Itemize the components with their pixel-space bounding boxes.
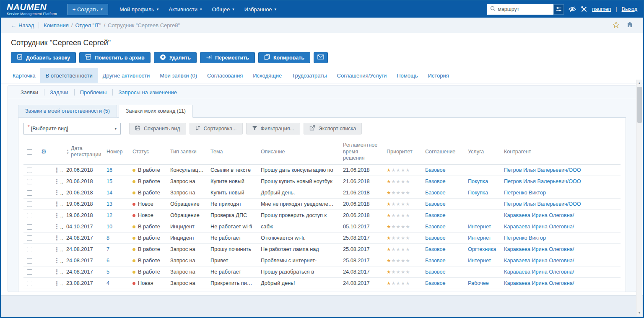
tools-icon[interactable] [581,6,587,13]
row-checkbox[interactable] [27,269,32,275]
row-checkbox[interactable] [27,213,32,218]
agreement-link[interactable]: Базовое [425,246,446,252]
main-tab[interactable]: Исходящие [248,68,287,83]
service-link[interactable]: Интернет [468,258,491,264]
search-input[interactable] [498,6,551,12]
service-link[interactable]: Интернет [468,235,491,241]
hide-interface-icon[interactable] [569,6,576,12]
request-number-link[interactable]: 4 [106,280,109,286]
service-link[interactable]: Оргтехника [468,246,496,252]
row-checkbox[interactable] [27,190,32,196]
service-link[interactable]: Интернет [468,224,491,230]
user-link[interactable]: naumen [592,6,611,12]
agreement-link[interactable]: Базовое [425,280,446,286]
request-number-link[interactable]: 6 [106,258,109,264]
main-tab[interactable]: Согласования [202,68,248,83]
row-checkbox[interactable] [27,235,32,241]
main-tab[interactable]: Трудозатраты [287,68,332,83]
topbar-menu[interactable]: Мой профиль▾ [115,4,163,15]
main-tab[interactable]: Помощь [392,68,423,83]
request-number-link[interactable]: 5 [106,269,109,275]
request-number-link[interactable]: 16 [106,167,112,173]
row-checkbox[interactable] [27,179,32,184]
row-checkbox[interactable] [27,258,32,264]
row-menu-icon[interactable]: ⋮ [54,212,63,219]
main-tab[interactable]: В ответственности [40,68,97,83]
sub-tab[interactable]: Запросы на изменение [112,86,183,99]
counterparty-link[interactable]: Петров Илья Валерьевич/ООО [504,201,581,207]
row-menu-icon[interactable]: ⋮ [54,200,63,207]
columns-settings-icon[interactable]: ⚙ [41,148,47,155]
counterparty-link[interactable]: Караваева Ирина Олеговна/ [504,246,574,252]
view-select[interactable]: * [Выберите вид] ▾ [23,123,121,134]
row-menu-icon[interactable]: ⋮ [54,279,63,287]
row-checkbox[interactable] [27,247,32,252]
sub-tab[interactable]: Проблемы [74,86,113,99]
search-box[interactable] [487,4,553,15]
breadcrumb-link[interactable]: Компания [44,22,69,28]
row-checkbox[interactable] [27,281,32,286]
request-number-link[interactable]: 13 [106,201,112,207]
request-number-link[interactable]: 15 [106,178,112,184]
scroll-down-icon[interactable]: ▼ [638,309,641,316]
sort-button[interactable]: Сортировка... [190,123,243,134]
agreement-link[interactable]: Базовое [425,235,446,241]
agreement-link[interactable]: Базовое [425,178,446,184]
search-settings-button[interactable] [553,4,564,15]
row-menu-icon[interactable]: ⋮ [54,178,63,185]
counterparty-link[interactable]: Караваева Ирина Олеговна/ [504,224,574,230]
move-button[interactable]: Переместить [200,52,255,63]
filter-button[interactable]: Фильтрация... [246,123,300,134]
row-checkbox[interactable] [27,168,32,173]
service-link[interactable]: Рабочее [468,280,489,286]
row-checkbox[interactable] [27,202,32,207]
main-tab[interactable]: Другие активности [98,68,155,83]
export-button[interactable]: Экспорт списка [304,123,362,134]
scrollbar-thumb[interactable] [637,87,642,123]
main-tab[interactable]: Соглашения/Услуги [332,68,392,83]
delete-button[interactable]: Удалить [154,52,197,63]
agreement-link[interactable]: Базовое [425,201,446,207]
counterparty-link[interactable]: Караваева Ирина Олеговна/ [504,280,574,286]
scroll-up-icon[interactable]: ▲ [638,80,641,87]
add-request-button[interactable]: Добавить заявку [11,52,76,63]
counterparty-link[interactable]: Петренко Виктор [504,235,546,241]
row-menu-icon[interactable]: ⋮ [54,166,63,173]
save-view-button[interactable]: Сохранить вид [129,123,186,134]
agreement-link[interactable]: Базовое [425,224,446,230]
agreement-link[interactable]: Базовое [425,190,446,196]
request-number-link[interactable]: 7 [106,246,109,252]
counterparty-link[interactable]: Петренко Виктор [504,190,546,196]
home-icon[interactable] [626,21,633,29]
agreement-link[interactable]: Базовое [425,212,446,218]
topbar-menu[interactable]: Общее▾ [208,4,239,15]
request-number-link[interactable]: 10 [106,224,112,230]
favorite-star-icon[interactable] [613,21,620,29]
copy-button[interactable]: Копировать [258,52,310,63]
service-link[interactable]: Покупка [468,178,488,184]
back-link[interactable]: ← Назад [11,22,34,28]
list-tab[interactable]: Заявки в моей ответственности (5) [18,105,117,118]
main-tab[interactable]: История [423,68,454,83]
agreement-link[interactable]: Базовое [425,269,446,275]
topbar-menu[interactable]: Активности▾ [164,4,206,15]
row-menu-icon[interactable]: ⋮ [54,257,63,264]
agreement-link[interactable]: Базовое [425,167,446,173]
row-menu-icon[interactable]: ⋮ [54,268,63,275]
request-number-link[interactable]: 8 [106,235,109,241]
counterparty-link[interactable]: Караваева Ирина Олеговна/ [504,212,574,218]
archive-button[interactable]: Поместить в архив [79,52,150,63]
row-menu-icon[interactable]: ⋮ [54,246,63,253]
vertical-scrollbar[interactable]: ▲ ▼ [636,80,642,316]
sub-tab[interactable]: Задачи [44,86,74,99]
counterparty-link[interactable]: Караваева Ирина Олеговна/ [504,258,574,264]
breadcrumb-link[interactable]: Отдел "IT" [75,22,101,28]
main-tab[interactable]: Карточка [8,68,40,83]
counterparty-link[interactable]: Петров Илья Валерьевич/ООО [504,178,581,184]
list-tab[interactable]: Заявки моих команд (11) [119,105,193,118]
service-link[interactable]: Покупка [468,190,488,196]
row-checkbox[interactable] [27,224,32,230]
request-number-link[interactable]: 14 [106,190,112,196]
row-menu-icon[interactable]: ⋮ [54,189,63,196]
agreement-link[interactable]: Базовое [425,258,446,264]
